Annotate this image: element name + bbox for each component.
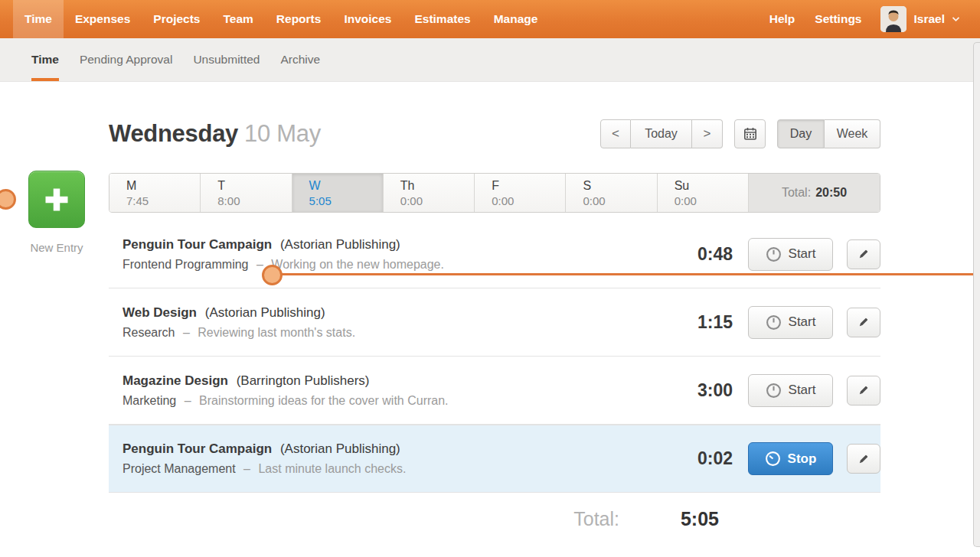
date-controls: < Today > Day Week [600, 119, 880, 148]
entry-client: (Barrington Publishers) [237, 373, 370, 388]
annotation-line [272, 273, 980, 275]
edit-entry-button[interactable] [847, 376, 880, 406]
main-menu: Time Expenses Projects Team Reports Invo… [13, 0, 549, 38]
today-button[interactable]: Today [631, 119, 692, 148]
entry-client: (Astorian Publishing) [205, 305, 325, 320]
start-timer-button[interactable]: Start [748, 306, 833, 339]
edit-entry-button[interactable] [847, 444, 880, 474]
entry-notes: Last minute launch checks. [258, 462, 406, 475]
entry-client: (Astorian Publishing) [280, 441, 400, 456]
time-subnav: Time Pending Approval Unsubmitted Archiv… [0, 38, 980, 82]
nav-item-manage[interactable]: Manage [482, 0, 550, 38]
entry-duration[interactable]: 3:00 [668, 380, 733, 401]
timesheet-content: Wednesday10 May < Today > [109, 82, 880, 530]
scrollbar[interactable] [973, 42, 980, 547]
new-entry: New Entry [28, 171, 85, 254]
day-tab-sunday[interactable]: Su 0:00 [658, 174, 749, 212]
entry-project: Magazine Design [122, 373, 228, 388]
day-view-button[interactable]: Day [777, 119, 825, 148]
next-day-button[interactable]: > [692, 119, 723, 148]
week-view-button[interactable]: Week [825, 119, 880, 148]
help-link[interactable]: Help [760, 0, 805, 38]
day-tab-saturday[interactable]: S 0:00 [566, 174, 657, 212]
entry-task: Research [122, 326, 175, 339]
time-entry-row: Penguin Tour Campaign (Astorian Publishi… [109, 220, 880, 288]
avatar [880, 6, 906, 32]
subtab-pending-approval[interactable]: Pending Approval [80, 38, 173, 81]
day-total-value: 5:05 [619, 508, 719, 530]
time-entry-row: Magazine Design (Barrington Publishers) … [109, 357, 880, 425]
chevron-down-icon [952, 16, 960, 22]
nav-item-projects[interactable]: Projects [142, 0, 211, 38]
entry-project: Web Design [122, 305, 197, 320]
view-toggle-group: Day Week [777, 119, 880, 148]
timer-clock-icon [765, 451, 781, 467]
entry-task: Marketing [122, 394, 176, 407]
annotation-dot-entry [262, 265, 283, 285]
entry-notes: Reviewing last month's stats. [198, 326, 355, 339]
week-strip: M 7:45 T 8:00 W 5:05 Th 0:00 F 0:00 S 0:… [109, 173, 880, 213]
time-entry-row: Web Design (Astorian Publishing) Researc… [109, 288, 880, 357]
subtab-archive[interactable]: Archive [280, 38, 320, 81]
entry-duration[interactable]: 0:48 [668, 244, 733, 265]
day-tab-thursday[interactable]: Th 0:00 [384, 174, 475, 212]
start-timer-button[interactable]: Start [748, 374, 833, 407]
timer-clock-icon [766, 383, 782, 399]
entry-client: (Astorian Publishing) [280, 237, 400, 252]
date-nav-group: < Today > [600, 119, 723, 148]
nav-utility: Help Settings Israel [760, 0, 963, 38]
pencil-icon [858, 316, 870, 328]
nav-item-estimates[interactable]: Estimates [403, 0, 482, 38]
pencil-icon [858, 384, 870, 396]
edit-entry-button[interactable] [847, 308, 880, 337]
subtab-time[interactable]: Time [31, 38, 59, 81]
nav-item-time[interactable]: Time [13, 0, 64, 38]
settings-link[interactable]: Settings [805, 0, 871, 38]
nav-item-invoices[interactable]: Invoices [332, 0, 403, 38]
user-menu[interactable]: Israel [871, 0, 963, 38]
nav-item-reports[interactable]: Reports [265, 0, 333, 38]
user-name: Israel [913, 12, 945, 26]
pencil-icon [858, 453, 870, 465]
week-total: Total: 20:50 [749, 174, 880, 212]
entry-project: Penguin Tour Campaign [122, 237, 272, 252]
new-entry-button[interactable] [28, 171, 85, 228]
entry-task: Frontend Programming [122, 258, 249, 271]
time-entry-row-running: Penguin Tour Campaign (Astorian Publishi… [109, 425, 880, 493]
plus-icon [41, 184, 72, 215]
edit-entry-button[interactable] [847, 239, 880, 269]
day-total-label: Total: [573, 508, 619, 530]
page-title: Wednesday10 May [109, 120, 321, 148]
entry-duration[interactable]: 0:02 [668, 448, 733, 469]
annotation-dot-left [0, 189, 16, 210]
subtab-unsubmitted[interactable]: Unsubmitted [193, 38, 260, 81]
entry-duration[interactable]: 1:15 [668, 312, 733, 333]
new-entry-label: New Entry [28, 241, 85, 254]
pencil-icon [858, 248, 870, 260]
entry-task: Project Management [122, 462, 236, 475]
timer-clock-icon [766, 246, 782, 262]
nav-item-team[interactable]: Team [211, 0, 264, 38]
day-total: Total: 5:05 [109, 508, 880, 530]
day-tab-monday[interactable]: M 7:45 [109, 174, 201, 212]
day-name: Wednesday [109, 120, 238, 147]
entry-notes: Working on the new homepage. [271, 258, 444, 271]
calendar-button[interactable] [734, 119, 766, 148]
nav-item-expenses[interactable]: Expenses [64, 0, 142, 38]
time-entries-list: Penguin Tour Campaign (Astorian Publishi… [109, 220, 880, 493]
day-tab-friday[interactable]: F 0:00 [475, 174, 566, 212]
entry-notes: Brainstorming ideas for the cover with C… [199, 394, 448, 407]
date-header: Wednesday10 May < Today > [109, 116, 880, 151]
calendar-icon [743, 126, 758, 142]
timer-clock-icon [766, 314, 782, 331]
top-nav: Time Expenses Projects Team Reports Invo… [0, 0, 980, 38]
date-text: 10 May [244, 120, 321, 147]
day-tab-wednesday[interactable]: W 5:05 [292, 174, 384, 212]
start-timer-button[interactable]: Start [748, 238, 833, 271]
prev-day-button[interactable]: < [600, 119, 631, 148]
stop-timer-button[interactable]: Stop [748, 442, 833, 475]
day-tab-tuesday[interactable]: T 8:00 [201, 174, 292, 212]
entry-project: Penguin Tour Campaign [122, 441, 272, 456]
